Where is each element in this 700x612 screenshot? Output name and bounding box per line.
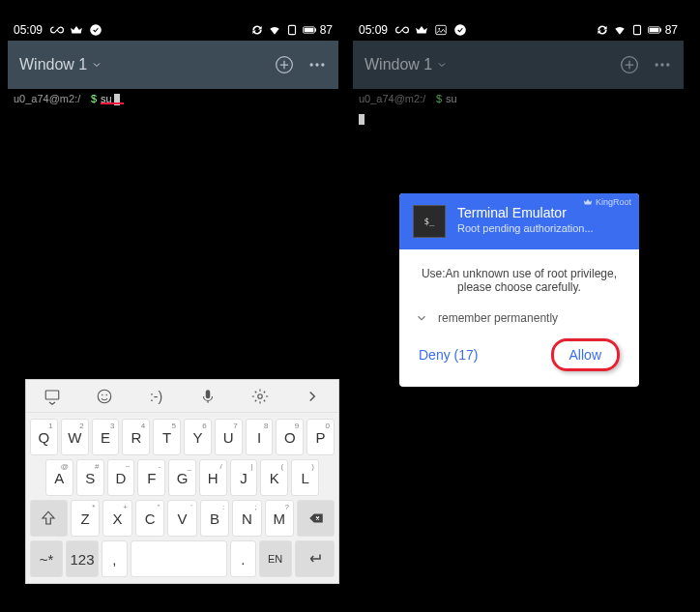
key-d[interactable]: D~ [107,459,135,496]
sim-icon [285,23,299,37]
kb-hide-button[interactable] [33,388,72,405]
battery-icon [648,23,661,37]
terminal-header: Window 1 [8,41,338,89]
svg-point-24 [660,63,663,66]
key-j[interactable]: J| [230,459,258,496]
remember-toggle[interactable]: remember permanently [399,304,639,331]
key-y[interactable]: Y6 [184,419,212,455]
key-b[interactable]: B: [200,500,229,537]
crown-icon [70,23,83,37]
settings-button[interactable] [241,388,279,405]
status-time: 05:09 [359,23,388,37]
svg-point-8 [321,63,324,66]
arrow-right-button[interactable] [293,388,332,405]
terminal-body[interactable]: u0_a74@m2:/ $su [8,89,338,109]
smile-text-button[interactable]: :-) [137,389,176,404]
key-w[interactable]: W2 [61,419,89,455]
key-q[interactable]: Q1 [30,419,58,455]
software-keyboard[interactable]: :-) Q1W2E3R4T5Y6U7I8O9P0 A@S#D~F-G_H/J|K… [25,379,339,584]
backspace-key[interactable] [297,500,335,537]
key-z[interactable]: Z* [71,500,100,537]
dialog-body: Use:An unknown use of root privilege, pl… [399,249,639,304]
dialog-subtitle: Root pending authorization... [457,222,594,234]
sync-icon [596,23,609,37]
phone-right: 05:09 87 Window 1 u0_a74@m2:/ $su [353,19,684,109]
svg-point-25 [666,63,669,66]
svg-point-23 [656,63,658,66]
key-f[interactable]: F- [137,459,165,496]
shift-key[interactable] [30,500,68,537]
tab-selector[interactable]: Window 1 [365,56,448,73]
key-l[interactable]: L) [291,459,319,496]
svg-rect-20 [649,28,658,32]
dialog-title: Terminal Emulator [457,205,594,220]
sync-icon [250,23,264,37]
space-key[interactable] [131,540,227,577]
terminal-body[interactable]: u0_a74@m2:/ $su [353,89,684,109]
dialog-header: KingRoot $_ Terminal Emulator Root pendi… [399,193,639,249]
wifi-icon [613,23,627,37]
key-c[interactable]: C" [135,500,164,537]
svg-rect-3 [304,28,313,32]
more-menu-button[interactable] [307,55,327,74]
svg-rect-4 [315,28,316,31]
key-k[interactable]: K( [260,459,288,496]
key-g[interactable]: G_ [168,459,196,496]
svg-point-7 [315,63,318,66]
svg-point-6 [310,63,313,66]
key-p[interactable]: P0 [306,419,335,455]
wifi-icon [268,23,281,37]
image-icon [434,23,448,37]
key-m[interactable]: M? [265,500,294,537]
chevron-down-icon [415,311,428,325]
add-tab-button[interactable] [620,55,639,74]
svg-point-0 [90,24,102,36]
lang-key[interactable]: EN [259,540,292,577]
symbol-key[interactable]: ~* [30,540,63,577]
svg-point-14 [258,393,263,398]
num-key[interactable]: 123 [66,540,99,577]
key-h[interactable]: H/ [199,459,227,496]
svg-point-16 [438,28,440,30]
key-o[interactable]: O9 [276,419,304,455]
enter-key[interactable] [295,540,335,577]
allow-button[interactable]: Allow [551,338,620,371]
terminal-header: Window 1 [353,41,684,89]
command-highlight [101,102,124,104]
status-time: 05:09 [14,23,43,37]
key-x[interactable]: X+ [102,500,131,537]
voice-button[interactable] [189,388,227,405]
svg-point-10 [98,390,111,403]
emoji-button[interactable] [85,388,124,405]
svg-rect-21 [660,28,661,31]
deny-button[interactable]: Deny (17) [419,347,478,363]
svg-point-11 [102,393,103,395]
key-n[interactable]: N; [232,500,261,537]
tab-selector[interactable]: Window 1 [19,56,102,73]
crown-icon [415,23,428,37]
key-i[interactable]: I8 [246,419,274,455]
svg-point-17 [454,24,466,36]
key-t[interactable]: T5 [153,419,181,455]
key-e[interactable]: E3 [92,419,120,455]
key-u[interactable]: U7 [215,419,243,455]
battery-level: 87 [320,23,333,37]
key-s[interactable]: S# [76,459,104,496]
cursor-icon [359,114,365,125]
dot-key[interactable]: . [230,540,256,577]
prompt-symbol: $ [91,93,97,104]
svg-rect-13 [206,390,211,398]
key-r[interactable]: R4 [122,419,150,455]
sim-icon [630,23,644,37]
terminal-prompt: u0_a74@m2:/ [14,93,80,104]
comma-key[interactable]: , [102,540,128,577]
chevron-down-icon [91,59,102,71]
key-v[interactable]: V' [167,500,196,537]
chevron-down-icon [436,59,448,71]
add-tab-button[interactable] [275,55,294,74]
key-a[interactable]: A@ [45,459,73,496]
more-menu-button[interactable] [653,55,672,74]
infinity-icon [395,23,409,37]
infinity-icon [50,23,64,37]
app-icon: $_ [413,205,446,238]
